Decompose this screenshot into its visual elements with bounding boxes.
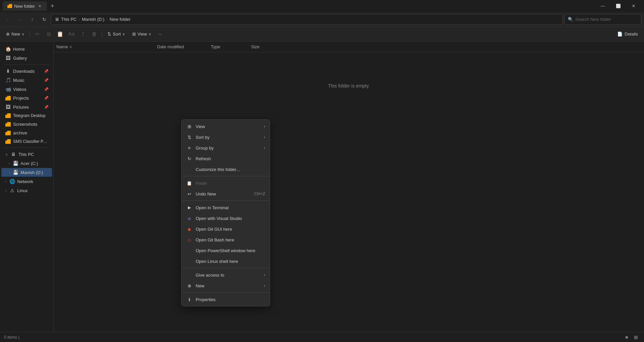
sidebar-item-network[interactable]: › 🌐 Network bbox=[1, 177, 52, 186]
delete-button[interactable]: 🗑 bbox=[89, 29, 100, 40]
sidebar-item-thispc[interactable]: ∨ 🖥 This PC bbox=[1, 150, 52, 159]
sidebar-item-sms[interactable]: SMS Classifier Proje bbox=[1, 137, 52, 146]
status-view-controls: ≡ ⊞ bbox=[623, 333, 640, 341]
manish-label: Manish (D:) bbox=[20, 170, 43, 175]
address-bar[interactable]: 🖥 This PC › Manish (D:) › New folder bbox=[51, 14, 563, 25]
ctx-new[interactable]: ⊕ New › bbox=[182, 280, 270, 291]
sort-label: Sort bbox=[113, 32, 121, 37]
details-label: Details bbox=[625, 32, 638, 37]
ctx-sort-icon: ⇅ bbox=[186, 134, 192, 140]
toolbar-sep1 bbox=[30, 31, 30, 38]
pictures-pin: 📌 bbox=[44, 105, 49, 109]
back-button[interactable]: ← bbox=[3, 14, 13, 25]
ctx-group-by[interactable]: ≡ Group by › bbox=[182, 142, 270, 153]
search-bar[interactable]: 🔍 Search New folder bbox=[564, 14, 641, 25]
sidebar-item-music[interactable]: 🎵 Music 📌 bbox=[1, 76, 52, 84]
music-icon: 🎵 bbox=[5, 77, 11, 83]
context-menu: ⊞ View › ⇅ Sort by › ≡ Group by › ↻ Refr… bbox=[181, 119, 270, 306]
rename-button[interactable]: Aa bbox=[66, 29, 77, 40]
address-this-pc[interactable]: This PC bbox=[61, 17, 77, 22]
ctx-paste[interactable]: 📋 Paste bbox=[182, 178, 270, 188]
ctx-view[interactable]: ⊞ View › bbox=[182, 121, 270, 132]
sidebar-item-archive[interactable]: archive bbox=[1, 129, 52, 137]
ctx-divider3 bbox=[182, 268, 270, 268]
linux-icon: ⚠ bbox=[9, 188, 15, 193]
ctx-give-access[interactable]: Give access to › bbox=[182, 270, 270, 280]
sidebar-item-downloads[interactable]: ⬇ Downloads 📌 bbox=[1, 67, 52, 75]
address-folder[interactable]: New folder bbox=[110, 17, 131, 22]
copy-button[interactable]: ⧉ bbox=[43, 29, 54, 40]
cut-button[interactable]: ✂ bbox=[32, 29, 43, 40]
ctx-open-linux[interactable]: Open Linux shell here bbox=[182, 256, 270, 267]
content-area[interactable]: Name ∧ Date modified Type Size This fold… bbox=[54, 42, 644, 332]
view-button[interactable]: ⊞ View ∨ bbox=[129, 29, 154, 40]
ctx-undo-new[interactable]: ↩ Undo New Ctrl+Z bbox=[182, 188, 270, 199]
ctx-group-arrow: › bbox=[264, 146, 265, 150]
ctx-open-git-bash[interactable]: ◇ Open Git Bash here bbox=[182, 234, 270, 245]
telegram-icon bbox=[5, 113, 11, 118]
ctx-sort-by[interactable]: ⇅ Sort by › bbox=[182, 132, 270, 142]
sidebar-item-home[interactable]: 🏠 Home bbox=[1, 45, 52, 53]
sidebar-item-projects[interactable]: Projects 📌 bbox=[1, 94, 52, 102]
sidebar-item-videos[interactable]: 📹 Videos 📌 bbox=[1, 85, 52, 94]
ctx-vs-icon: ◈ bbox=[186, 215, 192, 221]
sidebar-item-telegram[interactable]: Telegram Desktop bbox=[1, 112, 52, 120]
current-tab[interactable]: New folder ✕ bbox=[3, 1, 47, 11]
ctx-open-powershell[interactable]: Open PowerShell window here bbox=[182, 245, 270, 256]
network-label: Network bbox=[17, 179, 33, 184]
projects-label: Projects bbox=[13, 96, 29, 101]
sidebar-item-gallery[interactable]: 🖼 Gallery bbox=[1, 54, 52, 62]
details-button[interactable]: 📄 Details bbox=[614, 29, 641, 40]
sidebar-item-manish[interactable]: › 💾 Manish (D:) bbox=[1, 168, 52, 177]
window-controls: — ⬜ ✕ bbox=[595, 0, 641, 12]
ctx-open-terminal[interactable]: ▶ Open in Terminal bbox=[182, 202, 270, 213]
gallery-icon: 🖼 bbox=[5, 55, 11, 61]
new-button[interactable]: ⊕ New ∨ bbox=[3, 29, 28, 40]
refresh-button[interactable]: ↻ bbox=[39, 14, 50, 25]
telegram-label: Telegram Desktop bbox=[13, 113, 46, 118]
col-name-header[interactable]: Name ∧ bbox=[54, 43, 154, 51]
sidebar-item-acer[interactable]: › 💾 Acer (C:) bbox=[1, 159, 52, 168]
col-size-header[interactable]: Size bbox=[248, 43, 282, 51]
navigation-bar: ← → ↑ ↻ 🖥 This PC › Manish (D:) › New fo… bbox=[0, 12, 644, 27]
tab-title: New folder bbox=[14, 4, 35, 9]
status-details-view[interactable]: ≡ bbox=[623, 333, 631, 341]
ctx-new-arrow: › bbox=[264, 283, 265, 288]
up-button[interactable]: ↑ bbox=[27, 14, 38, 25]
ctx-open-git-gui[interactable]: ◆ Open Git GUI here bbox=[182, 224, 270, 234]
tab-folder-icon bbox=[7, 4, 12, 8]
ctx-access-icon bbox=[186, 272, 192, 278]
archive-icon bbox=[5, 131, 11, 135]
sms-label: SMS Classifier Proje bbox=[13, 139, 49, 144]
maximize-button[interactable]: ⬜ bbox=[610, 0, 626, 12]
new-label: New bbox=[11, 32, 20, 37]
ctx-terminal-label: Open in Terminal bbox=[196, 205, 265, 210]
sidebar: 🏠 Home 🖼 Gallery ⬇ Downloads 📌 🎵 Music 📌… bbox=[0, 42, 54, 332]
minimize-button[interactable]: — bbox=[595, 0, 610, 12]
close-button[interactable]: ✕ bbox=[626, 0, 641, 12]
linux-expand: › bbox=[5, 189, 6, 192]
sort-button[interactable]: ⇅ Sort ∨ bbox=[104, 29, 128, 40]
ctx-linux-label: Open Linux shell here bbox=[196, 259, 265, 264]
sidebar-item-screenshots[interactable]: Screenshots bbox=[1, 120, 52, 128]
share-button[interactable]: ⤴ bbox=[78, 29, 88, 40]
ctx-customize[interactable]: Customize this folder... bbox=[182, 164, 270, 175]
videos-pin: 📌 bbox=[44, 87, 49, 92]
status-grid-view[interactable]: ⊞ bbox=[632, 333, 640, 341]
col-date-header[interactable]: Date modified bbox=[154, 43, 208, 51]
sidebar-item-linux[interactable]: › ⚠ Linux bbox=[1, 186, 52, 195]
forward-button[interactable]: → bbox=[15, 14, 26, 25]
network-icon: 🌐 bbox=[9, 179, 15, 184]
ctx-sort-arrow: › bbox=[264, 135, 265, 139]
ctx-open-vs[interactable]: ◈ Open with Visual Studio bbox=[182, 213, 270, 224]
sidebar-item-pictures[interactable]: 🖼 Pictures 📌 bbox=[1, 103, 52, 111]
ctx-refresh[interactable]: ↻ Refresh bbox=[182, 153, 270, 164]
col-type-header[interactable]: Type bbox=[208, 43, 248, 51]
more-button[interactable]: ··· bbox=[155, 29, 165, 40]
ctx-properties-label: Properties bbox=[196, 297, 265, 302]
paste-button[interactable]: 📋 bbox=[55, 29, 65, 40]
address-manish[interactable]: Manish (D:) bbox=[82, 17, 104, 22]
add-tab-button[interactable]: + bbox=[48, 1, 57, 11]
ctx-properties[interactable]: ℹ Properties bbox=[182, 294, 270, 305]
tab-close-button[interactable]: ✕ bbox=[37, 3, 42, 9]
